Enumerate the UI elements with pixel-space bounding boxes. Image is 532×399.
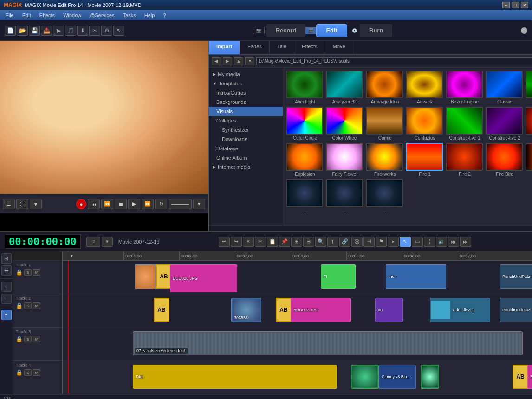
skip-start-btn[interactable]: ⏮	[88, 199, 100, 209]
open-button[interactable]: 📂	[17, 26, 28, 36]
grid-item-fairyflower[interactable]: Fairy Flower	[326, 143, 364, 177]
clip-titel[interactable]: Titel	[133, 365, 337, 389]
grid-item-more2[interactable]: ...	[326, 179, 364, 213]
tl-marker-btn[interactable]: ⚑	[376, 237, 387, 247]
menu-window[interactable]: Window	[59, 12, 85, 19]
clip-audio-07nichts[interactable]: 07-Nichts zu verlieren feat.	[133, 331, 523, 355]
clip-punchundpatz2[interactable]: PunchUndPatz OnFire	[500, 298, 532, 322]
nav-up-btn[interactable]: ▲	[234, 57, 243, 65]
tl-trim-btn[interactable]: ⟨	[424, 237, 435, 247]
export-button[interactable]: 📤	[41, 26, 52, 36]
tl-copy-btn[interactable]: 📋	[267, 237, 278, 247]
tl-link-btn[interactable]: 🔗	[339, 237, 350, 247]
loop-btn[interactable]: ↻	[155, 199, 167, 209]
tab-import[interactable]: Import	[209, 41, 240, 54]
timecode-format-btn[interactable]: ⏱	[86, 237, 100, 247]
title-block-2[interactable]: AB	[154, 298, 169, 322]
fullscreen-btn[interactable]: ⛶	[16, 199, 28, 209]
grid-item-armageddon[interactable]: Arma-geddon	[366, 71, 404, 105]
redo-btn[interactable]: ↪	[231, 237, 242, 247]
grid-item-constructive2[interactable]: Construc-tive 2	[486, 107, 524, 141]
clip-videofly[interactable]: video fly2.jp	[430, 298, 490, 322]
sidebar-item-database[interactable]: Database	[209, 144, 283, 153]
tl-snap-btn[interactable]: ⊣	[363, 237, 375, 247]
solo-btn[interactable]: S	[24, 302, 32, 309]
clip-trien[interactable]: trien	[386, 264, 446, 289]
menu-edit[interactable]: Edit	[19, 12, 35, 19]
clip-bildunterschrift[interactable]: Bildunterschrift	[527, 365, 532, 389]
menu-help[interactable]: Help	[141, 12, 159, 19]
preview-mode-btn[interactable]: ─────	[169, 199, 192, 209]
tl-cut-btn[interactable]: ✂	[255, 237, 266, 247]
mute-btn[interactable]: M	[33, 369, 40, 376]
menu-effects[interactable]: Effects	[36, 12, 58, 19]
tl-prev-btn[interactable]: ⏮	[448, 237, 459, 247]
clip-bud027[interactable]: BUD027.JPG	[291, 298, 351, 322]
nav-dropdown-btn[interactable]: ▾	[245, 57, 254, 65]
mute-btn[interactable]: M	[33, 269, 40, 276]
grid-item-fireworks[interactable]: Fire-works	[366, 143, 404, 177]
grid-item-fire1[interactable]: Fire 1	[406, 143, 444, 177]
sidebar-item-onlinealbum[interactable]: Online Album	[209, 153, 283, 162]
burn-button[interactable]: Burn	[360, 24, 392, 37]
grid-item-more1[interactable]: ...	[286, 179, 324, 213]
play-pause-btn[interactable]: ▶	[128, 199, 140, 209]
sidebar-item-downloads[interactable]: Downloads	[209, 135, 283, 144]
nav-back-btn[interactable]: ◀	[212, 57, 221, 65]
tl-select-btn[interactable]: ▭	[412, 237, 423, 247]
clip-cloudy-blackbox[interactable]: Cloudy.v3 Black Box	[379, 365, 416, 389]
clip-bud026[interactable]: BUD026.JPG	[170, 264, 237, 292]
nav-fwd-btn[interactable]: ▶	[223, 57, 232, 65]
collapse-btn[interactable]: ▼	[30, 199, 42, 209]
timeline-view-btn[interactable]: ☰	[1, 265, 12, 276]
tl-vol-dn-btn[interactable]: 🔉	[436, 237, 447, 247]
tab-title[interactable]: Title	[270, 41, 294, 54]
step-fwd-btn[interactable]: ⏩	[142, 199, 154, 209]
audio-button[interactable]: 🎵	[65, 26, 76, 36]
cursor-tool[interactable]: ↖	[113, 26, 124, 36]
close-button[interactable]: ✕	[521, 2, 528, 8]
tab-effects[interactable]: Effects	[294, 41, 325, 54]
stop-btn[interactable]: ⏹	[115, 199, 127, 209]
record-ctrl-btn[interactable]: ●	[76, 199, 86, 209]
clip-cloudy-thumb1[interactable]	[351, 365, 379, 389]
grid-item-fire2[interactable]: Fire 2	[446, 143, 484, 177]
sidebar-item-templates[interactable]: ▼ Templates	[209, 79, 283, 88]
zoom-out-btn[interactable]: −	[1, 294, 12, 304]
grid-item-cloudy[interactable]: Cloudy	[526, 71, 532, 105]
tl-unlink-btn[interactable]: ⛓	[351, 237, 363, 247]
title-block-4[interactable]: AB	[513, 365, 528, 389]
solo-btn[interactable]: S	[24, 369, 32, 376]
title-block-1[interactable]: AB	[156, 264, 172, 289]
menu-file[interactable]: File	[2, 12, 18, 19]
clip-visual-2[interactable]	[421, 365, 439, 389]
tl-cursor-btn[interactable]: ↖	[400, 237, 411, 247]
sidebar-item-collages[interactable]: Collages	[209, 116, 283, 125]
timecode-dropdown-btn[interactable]: ▾	[102, 237, 113, 247]
grid-item-alienflight[interactable]: Alienflight	[286, 71, 324, 105]
cut-tool[interactable]: ✂	[89, 26, 100, 36]
save-button[interactable]: 💾	[29, 26, 40, 36]
clip-punchundpatz1[interactable]: PunchUndPatz OnFire	[500, 264, 532, 289]
grid-item-more3[interactable]: ...	[366, 179, 404, 213]
grid-item-colorwheel[interactable]: Color Wheel	[326, 107, 364, 141]
tl-text-btn[interactable]: T	[327, 237, 338, 247]
grid-item-doom[interactable]: Doom	[526, 107, 532, 141]
grid-item-fireline[interactable]: Fire Line	[526, 143, 532, 177]
grid-item-comic[interactable]: Comic	[366, 107, 404, 141]
tl-chapter-btn[interactable]: ▸	[388, 237, 399, 247]
grid-item-analyzer3d[interactable]: Analyzer 3D	[326, 71, 364, 105]
tl-paste-btn[interactable]: 📌	[279, 237, 290, 247]
step-back-btn[interactable]: ⏪	[101, 199, 113, 209]
tl-delete-btn[interactable]: ✕	[243, 237, 254, 247]
mute-btn[interactable]: M	[33, 302, 40, 309]
new-button[interactable]: 📄	[5, 26, 16, 36]
settings-button[interactable]: ⚙	[101, 26, 112, 36]
sidebar-item-mymedia[interactable]: ▶ My media	[209, 70, 283, 79]
solo-btn[interactable]: S	[24, 336, 32, 342]
sidebar-item-visuals[interactable]: Visuals	[209, 107, 283, 116]
grid-item-colorcircle[interactable]: Color Circle	[286, 107, 324, 141]
grid-item-explosion[interactable]: Explosion	[286, 143, 324, 177]
sidebar-item-internetmedia[interactable]: ▶ Internet media	[209, 162, 283, 172]
grid-item-classic[interactable]: Classic	[486, 71, 524, 105]
